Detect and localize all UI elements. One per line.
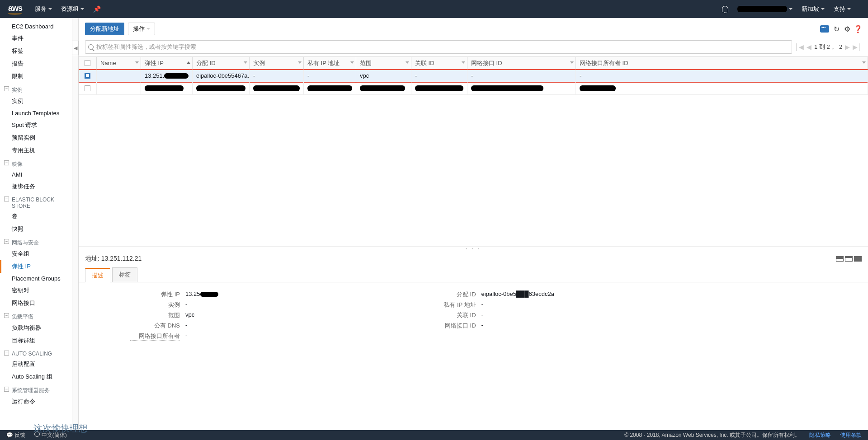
tab-description[interactable]: 描述 [85, 268, 110, 282]
sidebar-asg[interactable]: Auto Scaling 组 [0, 370, 72, 383]
detail-title: 地址: 13.251.112.21 [85, 255, 142, 263]
global-nav: aws 服务 资源组 📌 新加坡 支持 [0, 0, 868, 18]
sidebar-launch-configs[interactable]: 启动配置 [0, 358, 72, 370]
refresh-icon[interactable]: ↻ [833, 25, 840, 33]
sidebar-reports[interactable]: 报告 [0, 57, 72, 70]
page-last-button[interactable]: ▶│ [853, 43, 862, 51]
footer-copyright: © 2008 - 2018, Amazon Web Services, Inc.… [624, 431, 800, 439]
sidebar-section-lb[interactable]: −负载平衡 [0, 309, 72, 322]
sidebar-events[interactable]: 事件 [0, 32, 72, 45]
sidebar-section-ebs[interactable]: −ELASTIC BLOCK STORE [0, 193, 72, 210]
col-elastic-ip[interactable]: 弹性 IP [141, 57, 193, 69]
nav-pin-icon[interactable]: 📌 [93, 5, 101, 13]
row-checkbox[interactable] [85, 73, 90, 79]
sidebar-collapse-button[interactable]: ◀ [72, 41, 79, 55]
pane-mode-bottom[interactable] [845, 256, 853, 262]
col-association-id[interactable]: 关联 ID [411, 57, 467, 69]
sidebar-collapse-strip: ◀ [72, 18, 79, 430]
sidebar-launch-templates[interactable]: Launch Templates [0, 108, 72, 119]
sidebar-section-images[interactable]: −映像 [0, 157, 72, 169]
footer-language[interactable]: 中文(简体) [34, 431, 66, 439]
feedback-icon[interactable] [820, 25, 829, 33]
sidebar-dedicated-hosts[interactable]: 专用主机 [0, 144, 72, 157]
sidebar-elastic-ip[interactable]: 弹性 IP [0, 260, 72, 273]
col-private-ip[interactable]: 私有 IP 地址 [304, 57, 356, 69]
aws-logo[interactable]: aws [8, 4, 22, 14]
footer-privacy[interactable]: 隐私策略 [809, 431, 831, 439]
sidebar-security-groups[interactable]: 安全组 [0, 248, 72, 260]
table-row[interactable] [79, 82, 868, 95]
page-prev-button[interactable]: ◀ [807, 43, 811, 51]
sidebar-bundle-tasks[interactable]: 捆绑任务 [0, 180, 72, 193]
nav-notifications-icon[interactable] [722, 6, 728, 12]
actions-button[interactable]: 操作 [128, 23, 155, 35]
nav-resource-groups[interactable]: 资源组 [61, 5, 84, 13]
help-icon[interactable]: ❓ [854, 25, 862, 33]
sidebar: EC2 Dashboard 事件 标签 报告 限制 −实例 实例 Launch … [0, 18, 72, 430]
eip-table: Name 弹性 IP 分配 ID 实例 私有 IP 地址 范围 关联 ID 网络… [79, 56, 868, 95]
sidebar-section-ssm[interactable]: −系统管理器服务 [0, 383, 72, 395]
sidebar-keypairs[interactable]: 密钥对 [0, 284, 72, 297]
sidebar-snapshots[interactable]: 快照 [0, 223, 72, 235]
col-instance[interactable]: 实例 [250, 57, 304, 69]
allocate-address-button[interactable]: 分配新地址 [85, 23, 124, 35]
search-icon [88, 44, 94, 50]
settings-icon[interactable]: ⚙ [844, 25, 851, 33]
sidebar-run-command[interactable]: 运行命令 [0, 395, 72, 408]
footer-feedback[interactable]: 💬 反馈 [6, 431, 25, 439]
footer: 💬 反馈 中文(简体) © 2008 - 2018, Amazon Web Se… [0, 430, 868, 440]
col-name[interactable]: Name [97, 57, 141, 69]
pane-drag-handle[interactable]: ● ● ● [79, 246, 868, 250]
col-scope[interactable]: 范围 [356, 57, 411, 69]
page-range: 1 到 2， 2 [814, 43, 842, 51]
sidebar-tags[interactable]: 标签 [0, 45, 72, 57]
page-first-button[interactable]: │◀ [795, 43, 804, 51]
table-header: Name 弹性 IP 分配 ID 实例 私有 IP 地址 范围 关联 ID 网络… [79, 57, 868, 70]
nav-services[interactable]: 服务 [35, 5, 52, 13]
sidebar-reserved[interactable]: 预留实例 [0, 131, 72, 144]
select-all-checkbox[interactable] [85, 60, 90, 66]
sidebar-network-interfaces[interactable]: 网络接口 [0, 297, 72, 309]
col-eni-id[interactable]: 网络接口 ID [467, 57, 576, 69]
search-placeholder: 按标签和属性筛选，或者按关键字搜索 [96, 43, 196, 51]
sidebar-section-netsec[interactable]: −网络与安全 [0, 235, 72, 248]
sidebar-instances[interactable]: 实例 [0, 95, 72, 108]
col-allocation-id[interactable]: 分配 ID [193, 57, 250, 69]
sidebar-spot[interactable]: Spot 请求 [0, 119, 72, 131]
pane-mode-split[interactable] [836, 256, 844, 262]
nav-region[interactable]: 新加坡 [802, 5, 825, 13]
col-eni-owner[interactable]: 网络接口所有者 ID [576, 57, 868, 69]
row-checkbox[interactable] [85, 85, 90, 91]
sidebar-section-instances[interactable]: −实例 [0, 83, 72, 95]
table-row[interactable]: 13.251. eipalloc-0be55467a... - - vpc - … [79, 70, 868, 82]
tab-tags[interactable]: 标签 [112, 267, 137, 282]
pagination: │◀ ◀ 1 到 2， 2 ▶ ▶│ [795, 40, 862, 54]
sidebar-load-balancers[interactable]: 负载均衡器 [0, 322, 72, 334]
sidebar-dashboard[interactable]: EC2 Dashboard [0, 21, 72, 32]
sidebar-volumes[interactable]: 卷 [0, 210, 72, 223]
search-input[interactable]: 按标签和属性筛选，或者按关键字搜索 [85, 40, 792, 54]
sidebar-placement-groups[interactable]: Placement Groups [0, 273, 72, 284]
sidebar-target-groups[interactable]: 目标群组 [0, 334, 72, 347]
nav-support[interactable]: 支持 [834, 5, 851, 13]
sidebar-ami[interactable]: AMI [0, 169, 72, 180]
nav-account-menu[interactable] [737, 6, 793, 12]
pane-mode-full[interactable] [854, 256, 862, 262]
page-next-button[interactable]: ▶ [845, 43, 850, 51]
sidebar-section-autoscaling[interactable]: −AUTO SCALING [0, 347, 72, 358]
footer-terms[interactable]: 使用条款 [840, 431, 862, 439]
sidebar-limits[interactable]: 限制 [0, 70, 72, 83]
